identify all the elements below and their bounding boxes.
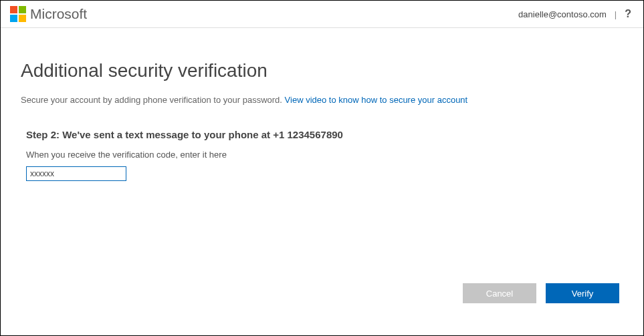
video-link[interactable]: View video to know how to secure your ac… <box>285 95 468 105</box>
page-title: Additional security verification <box>21 60 623 81</box>
help-icon[interactable]: ? <box>625 8 631 20</box>
cancel-button[interactable]: Cancel <box>463 283 536 303</box>
verify-button[interactable]: Verify <box>546 283 619 303</box>
page-subtitle: Secure your account by adding phone veri… <box>21 95 623 105</box>
button-row: Cancel Verify <box>463 283 619 303</box>
logo-container: Microsoft <box>10 6 87 22</box>
brand-name: Microsoft <box>30 6 87 22</box>
header-right: danielle@contoso.com | ? <box>518 8 631 20</box>
header-divider: | <box>615 9 617 19</box>
user-email: danielle@contoso.com <box>518 9 607 19</box>
microsoft-logo-icon <box>10 6 26 22</box>
step-heading: Step 2: We've sent a text message to you… <box>21 129 623 140</box>
instruction-text: When you receive the verification code, … <box>21 150 623 160</box>
main-content: Additional security verification Secure … <box>1 28 643 181</box>
verification-code-input[interactable] <box>26 166 126 181</box>
header-bar: Microsoft danielle@contoso.com | ? <box>1 1 643 28</box>
subtitle-text: Secure your account by adding phone veri… <box>21 95 285 105</box>
